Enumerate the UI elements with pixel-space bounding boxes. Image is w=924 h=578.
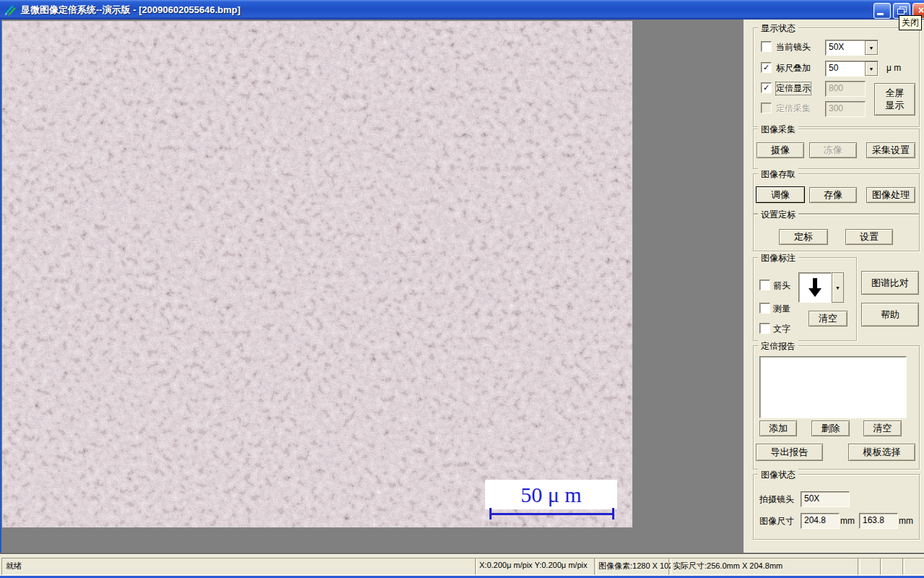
checkbox-current-lens[interactable] <box>761 41 772 52</box>
app-icon <box>4 4 17 17</box>
image-viewport[interactable]: 50 μ m <box>2 21 632 527</box>
report-clear-button[interactable]: 清空 <box>863 420 902 436</box>
load-image-button[interactable]: 调像 <box>756 186 805 203</box>
group-calibration: 设置定标 定标 设置 <box>753 214 920 251</box>
clear-annotation-button[interactable]: 清空 <box>808 311 847 327</box>
micrograph-image <box>2 21 632 527</box>
status-pixel-scale: X:0.200μ m/pix Y:0.200μ m/pix <box>475 558 597 575</box>
scale-bar-left-tick <box>489 508 492 519</box>
group-image-storage-title: 图像存取 <box>758 168 798 181</box>
image-width-field: 204.8 <box>801 513 840 529</box>
status-empty-3 <box>902 558 924 575</box>
image-process-button[interactable]: 图像处理 <box>866 187 915 203</box>
fixed-capture-field: 300 <box>825 101 866 117</box>
label-arrow: 箭头 <box>773 280 790 292</box>
label-ruler-overlay: 标尺叠加 <box>776 62 811 74</box>
label-ruler-unit: μ m <box>886 63 901 73</box>
label-measure: 测量 <box>773 303 790 315</box>
fixed-display-field: 800 <box>825 81 866 97</box>
group-image-status-title: 图像状态 <box>758 469 798 481</box>
group-image-capture-title: 图像采集 <box>758 124 798 136</box>
label-shooting-lens: 拍摄镜头 <box>759 493 794 506</box>
save-image-button[interactable]: 存像 <box>809 187 857 203</box>
fullscreen-button[interactable]: 全屏 显示 <box>874 83 915 116</box>
report-add-button[interactable]: 添加 <box>759 420 797 436</box>
control-panel: 显示状态 当前镜头 50X ▼ ✓ 标尺叠加 50 ▼ μ m ✓ 定倍显示 8… <box>744 20 924 553</box>
application-window: 显微图像定倍系统--演示版 - [20090602055646.bmp] × <box>0 0 924 578</box>
label-image-size: 图像尺寸 <box>759 515 794 527</box>
report-listbox[interactable] <box>759 356 907 418</box>
settings-button[interactable]: 设置 <box>845 229 893 245</box>
group-calibration-title: 设置定标 <box>758 209 798 221</box>
dropdown-arrow-icon[interactable]: ▼ <box>865 40 878 55</box>
current-lens-value: 50X <box>826 40 865 55</box>
scale-bar-text: 50 μ m <box>520 483 581 507</box>
capture-settings-button[interactable]: 采集设置 <box>866 142 915 158</box>
group-image-storage: 图像存取 调像 存像 图像处理 <box>753 173 920 214</box>
shooting-lens-field: 50X <box>801 491 850 507</box>
calibrate-button[interactable]: 定标 <box>779 229 828 245</box>
minimize-icon <box>877 13 884 15</box>
label-height-unit: mm <box>899 516 913 526</box>
checkbox-fixed-display[interactable]: ✓ <box>761 82 772 93</box>
label-current-lens: 当前镜头 <box>776 41 811 53</box>
group-report: 定倍报告 添加 删除 清空 导出报告 模板选择 <box>753 345 920 470</box>
label-text: 文字 <box>773 323 790 335</box>
current-lens-combo[interactable]: 50X ▼ <box>825 40 879 56</box>
help-button[interactable]: 帮助 <box>861 303 919 327</box>
checkbox-measure[interactable] <box>759 303 770 314</box>
dropdown-arrow-icon[interactable]: ▼ <box>832 272 844 303</box>
ruler-value-combo[interactable]: 50 ▼ <box>825 61 879 77</box>
shoot-button[interactable]: 摄像 <box>757 142 804 158</box>
status-bar: 就绪 X:0.200μ m/pix Y:0.200μ m/pix 图像像素:12… <box>0 554 924 577</box>
label-width-unit: mm <box>840 516 855 526</box>
group-report-title: 定倍报告 <box>758 340 798 353</box>
window-left-border <box>0 20 1 553</box>
group-annotation: 图像标注 箭头 ▼ 测量 文字 清空 <box>753 257 857 341</box>
label-fixed-display: 定倍显示 <box>776 82 811 95</box>
window-title: 显微图像定倍系统--演示版 - [20090602055646.bmp] <box>21 4 240 17</box>
status-actual-size: 实际尺寸:256.0mm X 204.8mm <box>668 558 860 575</box>
ruler-value: 50 <box>826 61 865 76</box>
checkbox-fixed-capture <box>761 103 772 113</box>
export-report-button[interactable]: 导出报告 <box>756 444 823 461</box>
group-display-status-title: 显示状态 <box>758 22 798 35</box>
arrow-style-combo[interactable]: ▼ <box>798 272 844 303</box>
group-image-status: 图像状态 拍摄镜头 50X 图像尺寸 204.8 mm 163.8 mm <box>753 474 920 540</box>
title-bar[interactable]: 显微图像定倍系统--演示版 - [20090602055646.bmp] × <box>0 0 924 20</box>
scale-bar-right-tick <box>612 508 614 519</box>
template-select-button[interactable]: 模板选择 <box>848 444 915 461</box>
checkbox-ruler-overlay[interactable]: ✓ <box>761 62 772 73</box>
status-empty-2 <box>880 558 905 575</box>
atlas-compare-button[interactable]: 图谱比对 <box>861 271 919 295</box>
checkbox-text[interactable] <box>759 323 770 334</box>
close-tooltip: 关闭 <box>899 15 922 30</box>
group-image-capture: 图像采集 摄像 冻像 采集设置 <box>753 129 920 169</box>
report-delete-button[interactable]: 删除 <box>811 420 850 436</box>
status-ready: 就绪 <box>1 558 477 575</box>
image-height-field: 163.8 <box>859 513 898 529</box>
checkbox-arrow[interactable] <box>759 280 770 290</box>
minimize-button[interactable] <box>873 3 891 19</box>
freeze-button: 冻像 <box>809 142 857 158</box>
status-empty-1 <box>858 558 882 575</box>
scale-bar-label-box: 50 μ m <box>485 480 617 509</box>
status-image-pixels: 图像像素:1280 X 1024 <box>594 558 671 575</box>
scale-bar-line <box>489 513 614 515</box>
down-arrow-icon <box>798 272 832 303</box>
group-annotation-title: 图像标注 <box>758 252 798 264</box>
dropdown-arrow-icon[interactable]: ▼ <box>865 61 878 76</box>
group-display-status: 显示状态 当前镜头 50X ▼ ✓ 标尺叠加 50 ▼ μ m ✓ 定倍显示 8… <box>753 27 920 127</box>
label-fixed-capture: 定倍采集 <box>776 103 811 115</box>
